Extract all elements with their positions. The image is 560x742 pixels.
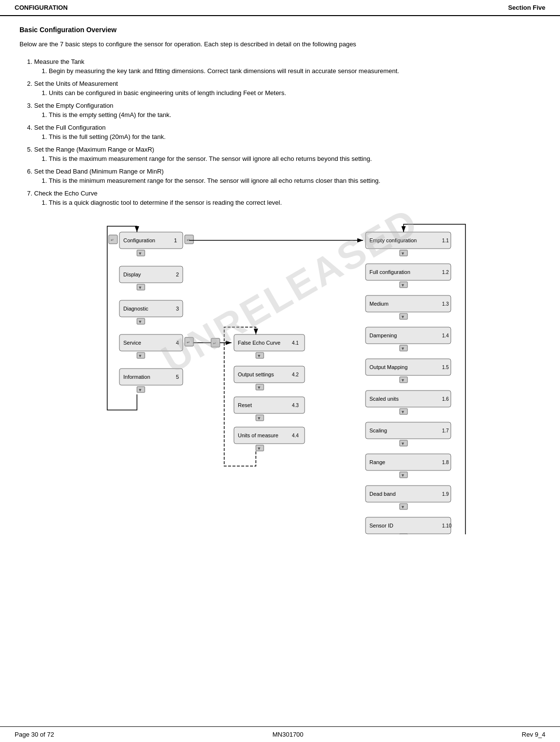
- content-area: Basic Configuration Overview Below are t…: [0, 16, 560, 726]
- step-7-sub-1: This is a quick diagnostic tool to deter…: [49, 198, 541, 208]
- svg-text:1.10: 1.10: [442, 523, 452, 528]
- svg-text:▼: ▼: [257, 385, 261, 390]
- section-title: Basic Configuration Overview: [19, 26, 541, 34]
- svg-text:Diagnostic: Diagnostic: [123, 306, 149, 312]
- step-3-sub-1: This is the empty setting (4mA) for the …: [49, 110, 541, 120]
- svg-text:Configuration: Configuration: [123, 237, 155, 243]
- step-7: Check the Echo Curve This is a quick dia…: [34, 189, 541, 208]
- svg-text:↵: ↵: [187, 340, 190, 345]
- step-5: Set the Range (Maximum Range or MaxR) Th…: [34, 145, 541, 164]
- step-4: Set the Full Configuration This is the f…: [34, 123, 541, 142]
- svg-text:False Echo Curve: False Echo Curve: [238, 340, 280, 346]
- svg-text:Information: Information: [123, 374, 150, 380]
- svg-text:4.2: 4.2: [292, 372, 299, 377]
- svg-text:▼: ▼: [401, 251, 405, 256]
- svg-text:▼: ▼: [257, 446, 261, 451]
- svg-text:1.6: 1.6: [442, 396, 449, 402]
- step-4-sub-1: This is the full setting (20mA) for the …: [49, 132, 541, 142]
- svg-text:▼: ▼: [401, 378, 405, 383]
- svg-text:▼: ▼: [401, 534, 405, 534]
- step-6-sub-1: This is the minimum measurement range fo…: [49, 176, 541, 186]
- step-1: Measure the Tank Begin by measuring the …: [34, 57, 541, 76]
- step-6: Set the Dead Band (Minimum Range or MinR…: [34, 167, 541, 186]
- diagram-container: Configuration 1 ↵ ↵ ▼ Display 2 ▼ D: [19, 217, 541, 534]
- svg-text:▼: ▼: [401, 473, 405, 478]
- footer-left: Page 30 of 72: [15, 731, 54, 738]
- svg-text:▼: ▼: [401, 505, 405, 509]
- svg-text:↵: ↵: [111, 238, 114, 242]
- svg-text:Scaled units: Scaled units: [369, 396, 399, 402]
- svg-text:▼: ▼: [138, 388, 142, 392]
- intro-text: Below are the 7 basic steps to configure…: [19, 39, 541, 49]
- svg-text:1.1: 1.1: [442, 238, 449, 243]
- svg-text:Dead band: Dead band: [369, 491, 396, 497]
- step-2: Set the Units of Measurement Units can b…: [34, 79, 541, 98]
- svg-text:Dampening: Dampening: [369, 332, 397, 338]
- svg-text:▼: ▼: [138, 285, 142, 290]
- svg-text:▼: ▼: [138, 353, 142, 358]
- svg-text:1: 1: [174, 237, 177, 243]
- header-left: CONFIGURATION: [15, 4, 68, 11]
- step-5-sub-1: This is the maximum measurement range fo…: [49, 154, 541, 164]
- svg-text:4.4: 4.4: [292, 433, 299, 438]
- svg-text:1.2: 1.2: [442, 270, 449, 275]
- svg-text:Sensor ID: Sensor ID: [369, 523, 393, 528]
- svg-text:▼: ▼: [138, 319, 142, 324]
- svg-text:▼: ▼: [401, 410, 405, 414]
- page-footer: Page 30 of 72 MN301700 Rev 9_4: [0, 726, 560, 742]
- svg-text:4: 4: [176, 340, 179, 346]
- svg-text:4.3: 4.3: [292, 403, 299, 408]
- svg-text:Full configuration: Full configuration: [369, 269, 410, 275]
- svg-text:1.4: 1.4: [442, 333, 449, 338]
- svg-text:Range: Range: [369, 459, 385, 465]
- svg-text:1.7: 1.7: [442, 428, 449, 433]
- svg-text:▼: ▼: [401, 346, 405, 351]
- flow-diagram: Configuration 1 ↵ ↵ ▼ Display 2 ▼ D: [80, 217, 480, 534]
- steps-list: Measure the Tank Begin by measuring the …: [34, 57, 541, 208]
- svg-text:4.1: 4.1: [292, 340, 299, 346]
- step-1-sub-1: Begin by measuring the key tank and fitt…: [49, 66, 541, 76]
- svg-text:1.3: 1.3: [442, 301, 449, 307]
- svg-text:Units of measure: Units of measure: [238, 432, 278, 438]
- svg-text:▼: ▼: [257, 416, 261, 421]
- footer-right: Rev 9_4: [522, 731, 545, 738]
- page-header: CONFIGURATION Section Five: [0, 0, 560, 16]
- svg-text:1.8: 1.8: [442, 460, 449, 465]
- svg-text:▼: ▼: [401, 283, 405, 288]
- svg-text:▼: ▼: [138, 251, 142, 256]
- svg-text:3: 3: [176, 306, 179, 312]
- svg-text:Output settings: Output settings: [238, 371, 274, 377]
- svg-text:▼: ▼: [401, 314, 405, 319]
- footer-center: MN301700: [272, 731, 304, 738]
- svg-text:Empty configuration: Empty configuration: [369, 237, 417, 243]
- svg-text:Reset: Reset: [238, 402, 252, 408]
- svg-text:1.9: 1.9: [442, 491, 449, 497]
- svg-text:▼: ▼: [401, 441, 405, 446]
- svg-text:↵: ↵: [213, 341, 216, 346]
- svg-text:2: 2: [176, 272, 179, 277]
- svg-text:Service: Service: [123, 340, 141, 346]
- svg-text:1.5: 1.5: [442, 365, 449, 370]
- step-3: Set the Empty Configuration This is the …: [34, 101, 541, 120]
- svg-text:Display: Display: [123, 272, 141, 277]
- step-2-sub-1: Units can be configured in basic enginee…: [49, 88, 541, 98]
- svg-text:▼: ▼: [257, 353, 261, 358]
- svg-text:Scaling: Scaling: [369, 428, 387, 433]
- svg-text:5: 5: [176, 374, 179, 380]
- header-right: Section Five: [508, 4, 545, 11]
- svg-text:Medium: Medium: [369, 301, 388, 307]
- svg-text:Output Mapping: Output Mapping: [369, 364, 407, 370]
